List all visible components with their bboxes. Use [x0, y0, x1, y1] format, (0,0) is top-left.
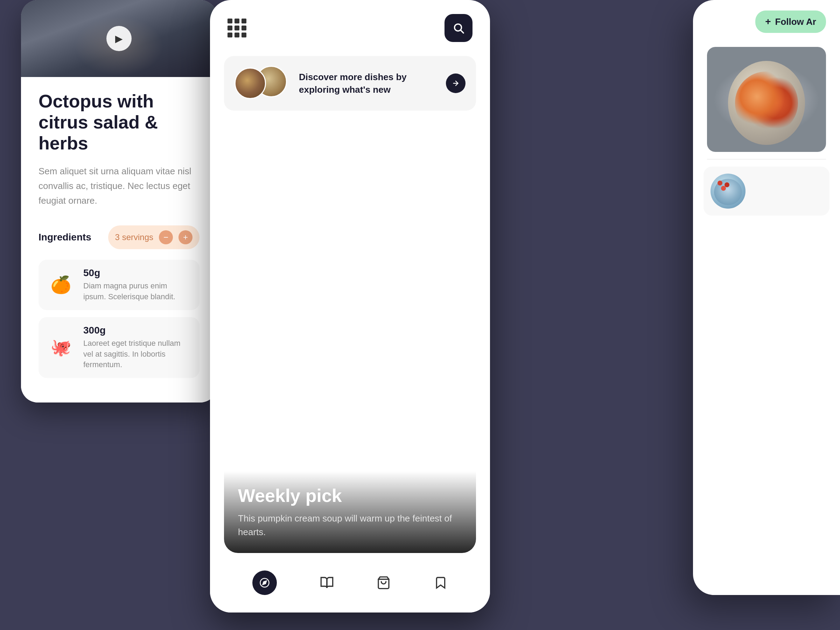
right-food-image-2 [711, 174, 745, 208]
ingredient-amount-1: 50g [83, 267, 191, 279]
grid-dot [235, 19, 239, 24]
weekly-info: Weekly pick This pumpkin cream soup will… [224, 471, 476, 553]
grid-dot [242, 19, 246, 24]
grid-dot [235, 33, 239, 38]
ingredients-label: Ingredients [38, 232, 92, 243]
ingredient-item-octopus: 🐙 300g Laoreet eget tristique nullam vel… [38, 317, 199, 378]
grid-menu-icon[interactable] [227, 19, 246, 38]
svg-marker-4 [263, 581, 267, 585]
left-phone: ▶ Octopus with citrus salad & herbs Sem … [21, 0, 217, 403]
center-phone: Discover more dishes by exploring what's… [210, 0, 490, 613]
play-button[interactable]: ▶ [106, 26, 132, 51]
ingredient-amount-2: 300g [83, 325, 191, 336]
discover-text: Discover more dishes by exploring what's… [299, 71, 437, 96]
right-food-image-1 [707, 47, 826, 152]
divider [707, 159, 826, 159]
nav-book[interactable] [320, 576, 334, 590]
weekly-pick-title: Weekly pick [238, 485, 462, 506]
dish-title: Octopus with citrus salad & herbs [38, 91, 199, 154]
discover-arrow-button[interactable] [446, 74, 466, 93]
ingredient-info-octopus: 300g Laoreet eget tristique nullam vel a… [83, 325, 191, 370]
weekly-pick-description: This pumpkin cream soup will warm up the… [238, 512, 462, 539]
citrus-icon: 🍊 [47, 271, 75, 299]
servings-control[interactable]: 3 servings − + [108, 226, 199, 249]
dish-description: Sem aliquet sit urna aliquam vitae nisl … [38, 164, 199, 208]
grid-dot [242, 33, 246, 38]
grid-dot [227, 33, 232, 38]
ingredient-desc-2: Laoreet eget tristique nullam vel at sag… [83, 338, 191, 370]
favorite-button[interactable] [235, 135, 257, 158]
follow-button-label: Follow Ar [775, 16, 816, 27]
grid-dot [242, 25, 246, 30]
right-phone: + Follow Ar [693, 0, 840, 595]
bottom-navigation [210, 560, 490, 613]
decrement-servings-button[interactable]: − [159, 230, 173, 244]
grid-dot [227, 19, 232, 24]
dish-image-container: ▶ [21, 0, 217, 77]
increment-servings-button[interactable]: + [178, 230, 193, 244]
left-phone-content: Octopus with citrus salad & herbs Sem al… [21, 77, 217, 403]
ingredient-info-citrus: 50g Diam magna purus enim ipsum. Sceleri… [83, 267, 191, 302]
discover-card[interactable]: Discover more dishes by exploring what's… [224, 56, 476, 111]
search-button[interactable] [445, 14, 472, 42]
ingredient-desc-1: Diam magna purus enim ipsum. Scelerisque… [83, 281, 191, 302]
octopus-icon: 🐙 [47, 333, 75, 362]
grid-dot [235, 25, 239, 30]
follow-plus-icon: + [765, 16, 771, 27]
discover-image-1 [235, 68, 266, 99]
ingredient-item-citrus: 🍊 50g Diam magna purus enim ipsum. Scele… [38, 260, 199, 310]
right-phone-header: + Follow Ar [693, 0, 840, 43]
discover-images [235, 66, 291, 101]
bowl-food-visual [735, 71, 798, 134]
right-food-card-2[interactable] [704, 167, 829, 216]
nav-bag[interactable] [377, 576, 391, 590]
svg-line-1 [461, 30, 463, 33]
nav-explore[interactable] [253, 570, 277, 595]
nav-bookmark[interactable] [434, 576, 448, 590]
red-berries-visual [717, 181, 722, 185]
weekly-pick-card[interactable]: Weekly pick This pumpkin cream soup will… [224, 125, 476, 553]
servings-text: 3 servings [115, 232, 153, 242]
center-phone-header [210, 0, 490, 49]
follow-button[interactable]: + Follow Ar [755, 11, 826, 33]
grid-dot [227, 25, 232, 30]
ingredients-header: Ingredients 3 servings − + [38, 226, 199, 249]
